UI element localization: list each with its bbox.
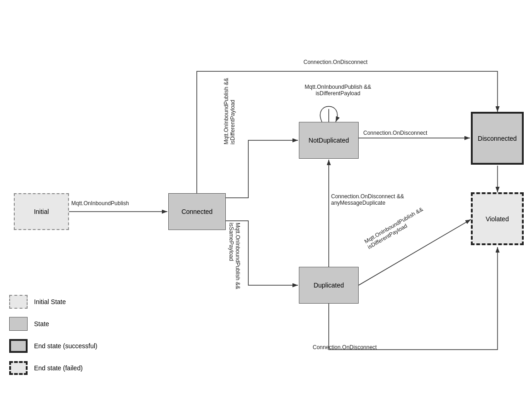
legend-icon-initial — [9, 295, 28, 309]
transition-label-t6: Connection.OnDisconnect &&anyMessageDupl… — [331, 193, 404, 206]
state-violated: Violated — [471, 192, 524, 245]
state-diagram: Initial Connected NotDuplicated Duplicat… — [0, 0, 532, 397]
legend-item-initial: Initial State — [9, 295, 97, 309]
legend-label-initial: Initial State — [34, 298, 66, 305]
state-connected: Connected — [168, 193, 226, 230]
transition-label-lower: Mqtt.OnInboundPublish &&isSamePayload — [228, 223, 241, 296]
transition-label-t8: Connection.OnDisconnect — [313, 344, 377, 351]
transition-label-upper: Mqtt.OnInboundPublish &&isDifferentPaylo… — [223, 71, 236, 144]
legend-label-end-failed: End state (failed) — [34, 364, 83, 372]
state-not-duplicated: NotDuplicated — [299, 122, 359, 159]
legend: Initial State State End state (successfu… — [9, 295, 97, 383]
transition-label-self-loop: Mqtt.OnInboundPublish &&isDifferentPaylo… — [301, 84, 375, 97]
transition-label-t5: Connection.OnDisconnect — [363, 130, 427, 136]
legend-icon-end-success — [9, 339, 28, 353]
legend-item-state: State — [9, 317, 97, 331]
legend-item-end-failed: End state (failed) — [9, 361, 97, 375]
state-disconnected: Disconnected — [471, 112, 524, 165]
transition-label-t4: Connection.OnDisconnect — [303, 59, 367, 65]
legend-icon-state — [9, 317, 28, 331]
legend-item-end-success: End state (successful) — [9, 339, 97, 353]
transition-label-t7: Mqtt.OnInboundPublish &&isDifferentPaylo… — [363, 206, 427, 251]
transition-label-t1: Mqtt.OnInboundPublish — [71, 200, 129, 207]
legend-label-state: State — [34, 320, 49, 328]
state-duplicated: Duplicated — [299, 267, 359, 304]
legend-label-end-success: End state (successful) — [34, 342, 97, 350]
state-initial: Initial — [14, 193, 69, 230]
legend-icon-end-failed — [9, 361, 28, 375]
